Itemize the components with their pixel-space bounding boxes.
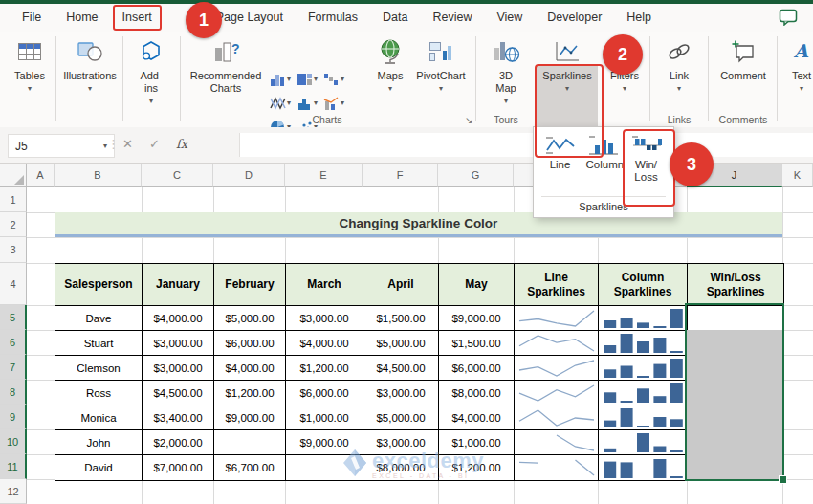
table-header[interactable]: Salesperson [55, 264, 143, 306]
cell-value[interactable]: $1,000.00 [286, 405, 363, 430]
cell-column-sparkline[interactable] [599, 306, 688, 331]
column-header-B[interactable]: B [55, 164, 142, 187]
cell-value[interactable]: $9,000.00 [439, 306, 515, 331]
cell-value[interactable]: $4,000.00 [286, 331, 363, 356]
name-box[interactable]: J5 ▾ [8, 134, 115, 158]
column-header-D[interactable]: D [213, 164, 285, 187]
column-header-C[interactable]: C [142, 164, 213, 187]
pivotchart-button[interactable]: PivotChart ▾ [411, 35, 471, 93]
row-header-6[interactable]: 6 [0, 330, 27, 355]
cell-value[interactable]: $3,000.00 [363, 381, 439, 405]
tab-insert[interactable]: Insert [113, 5, 162, 31]
cell-line-sparkline[interactable] [515, 331, 599, 356]
row-header-1[interactable]: 1 [0, 187, 27, 212]
maps-button[interactable]: Maps ▾ [369, 35, 411, 93]
cell-value[interactable]: $1,500.00 [363, 306, 439, 331]
cell-value[interactable]: $6,000.00 [439, 356, 515, 381]
column-header-E[interactable]: E [285, 164, 363, 187]
cell-line-sparkline[interactable] [515, 405, 599, 430]
table-header[interactable]: Line Sparklines [515, 264, 599, 306]
cell-salesperson[interactable]: John [55, 430, 143, 455]
text-button[interactable]: A Text ▾ [784, 35, 813, 93]
column-header-K[interactable]: K [782, 164, 813, 187]
cell-column-sparkline[interactable] [599, 356, 688, 381]
row-header-3[interactable]: 3 [0, 237, 27, 263]
column-header-F[interactable]: F [363, 164, 438, 187]
illustrations-button[interactable]: Illustrations ▾ [59, 35, 121, 93]
cell-salesperson[interactable]: Clemson [55, 356, 143, 381]
cell-value[interactable]: $5,000.00 [363, 331, 439, 356]
formula-input[interactable] [239, 133, 813, 157]
comment-button[interactable]: Comment [714, 35, 773, 82]
table-header[interactable]: March [286, 264, 363, 306]
menu-item-line[interactable]: Line [538, 132, 582, 184]
tab-home[interactable]: Home [54, 5, 110, 31]
selection-range-j5-j11[interactable] [685, 303, 784, 481]
tab-formulas[interactable]: Formulas [296, 5, 370, 31]
cell-value[interactable]: $4,000.00 [143, 306, 214, 331]
insert-line-chart-icon[interactable]: ▾ [270, 91, 297, 115]
insert-hierarchy-chart-icon[interactable]: ▾ [297, 67, 323, 91]
insert-column-chart-icon[interactable]: ▾ [270, 67, 297, 91]
cell-value[interactable]: $1,200.00 [439, 455, 515, 480]
cell-value[interactable]: $3,000.00 [143, 356, 214, 381]
cell-salesperson[interactable]: David [55, 455, 143, 480]
cell-value[interactable]: $6,700.00 [214, 455, 286, 480]
cell-line-sparkline[interactable] [515, 356, 599, 381]
cell-column-sparkline[interactable] [599, 331, 688, 356]
cell-value[interactable] [286, 455, 363, 480]
table-header[interactable]: May [439, 264, 515, 306]
cell-column-sparkline[interactable] [599, 381, 688, 405]
cell-value[interactable]: $4,500.00 [363, 356, 439, 381]
cell-column-sparkline[interactable] [599, 405, 688, 430]
row-header-4[interactable]: 4 [0, 263, 27, 305]
cell-value[interactable]: $5,000.00 [363, 405, 439, 430]
row-header-7[interactable]: 7 [0, 355, 27, 380]
row-header-2[interactable]: 2 [0, 212, 27, 237]
cell-line-sparkline[interactable] [515, 430, 599, 455]
formula-bar-splitter[interactable]: ⋮ [107, 137, 120, 151]
cell-value[interactable]: $4,000.00 [439, 405, 515, 430]
tab-data[interactable]: Data [370, 5, 420, 31]
table-header[interactable]: January [143, 264, 214, 306]
cell-salesperson[interactable]: Dave [55, 306, 143, 331]
tab-file[interactable]: File [10, 5, 54, 31]
table-header[interactable]: February [214, 264, 286, 306]
cell-line-sparkline[interactable] [515, 455, 599, 480]
cell-value[interactable]: $6,000.00 [214, 331, 286, 356]
cell-value[interactable]: $1,200.00 [214, 381, 286, 405]
cell-value[interactable]: $2,000.00 [143, 430, 214, 455]
tab-review[interactable]: Review [420, 5, 484, 31]
insert-statistic-chart-icon[interactable]: ▾ [297, 91, 323, 115]
cell-salesperson[interactable]: Ross [55, 381, 143, 405]
tables-button[interactable]: Tables ▾ [8, 35, 52, 93]
select-all-corner[interactable] [0, 164, 27, 187]
cell-value[interactable]: $5,000.00 [214, 306, 286, 331]
column-header-G[interactable]: G [438, 164, 514, 187]
cell-value[interactable]: $9,000.00 [286, 430, 363, 455]
enter-check-icon[interactable]: ✓ [149, 137, 160, 151]
row-header-8[interactable]: 8 [0, 380, 27, 405]
cell-value[interactable]: $4,500.00 [143, 381, 214, 405]
cell-value[interactable]: $8,000.00 [439, 381, 515, 405]
cell-value[interactable]: $1,200.00 [286, 356, 363, 381]
cell-value[interactable]: $3,000.00 [143, 331, 214, 356]
column-header-A[interactable]: A [27, 164, 55, 187]
cell-value[interactable]: $4,000.00 [214, 356, 286, 381]
cell-value[interactable]: $1,500.00 [439, 331, 515, 356]
row-header-12[interactable]: 12 [0, 479, 27, 504]
cell-value[interactable]: $8,000.00 [363, 455, 439, 480]
row-header-5[interactable]: 5 [0, 305, 27, 330]
row-header-9[interactable]: 9 [0, 405, 27, 429]
tab-developer[interactable]: Developer [535, 5, 614, 31]
row-header-11[interactable]: 11 [0, 454, 27, 479]
tab-view[interactable]: View [484, 5, 535, 31]
insert-combo-chart-icon[interactable]: ▾ [323, 91, 350, 115]
sparklines-button[interactable]: Sparklines ▾ [537, 35, 598, 93]
add-ins-button[interactable]: Add-ins ▾ [128, 35, 174, 105]
table-header[interactable]: Column Sparklines [599, 264, 688, 306]
comments-pane-icon[interactable] [779, 9, 798, 30]
cell-line-sparkline[interactable] [515, 381, 599, 405]
charts-dialog-launcher-icon[interactable]: ↘ [465, 115, 472, 125]
cell-value[interactable]: $7,000.00 [143, 455, 214, 480]
